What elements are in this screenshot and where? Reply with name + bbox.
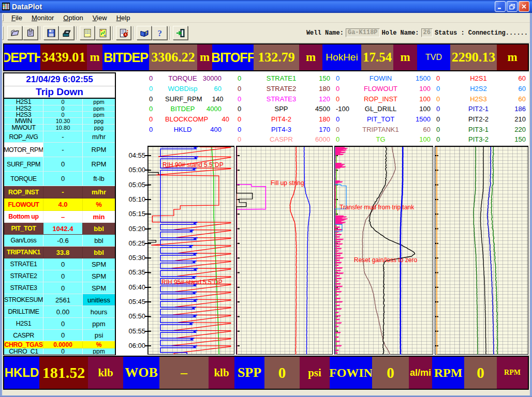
scale-max: 30000 xyxy=(200,74,223,82)
menu-monitor[interactable]: Monitor xyxy=(27,13,58,23)
row-value: 0 xyxy=(43,318,83,330)
row-label: MWOUT xyxy=(4,125,43,131)
open-folder-button[interactable] xyxy=(7,26,22,40)
row-label: CHRO_TGAS xyxy=(4,341,43,348)
rpm-unit: RPM xyxy=(497,357,528,389)
curve-pit4-2 xyxy=(290,147,297,355)
spp-unit: psi xyxy=(300,357,330,389)
menu-accelerator: O xyxy=(63,14,68,22)
scale-min: 0 xyxy=(435,105,452,113)
plot-canvas-track3 xyxy=(335,147,433,355)
help-book-icon: ? xyxy=(139,28,150,38)
save-button[interactable] xyxy=(43,26,58,40)
about-button[interactable]: ? xyxy=(152,26,167,40)
row-unit: SPM xyxy=(83,270,115,282)
toolbar-separator xyxy=(76,26,77,40)
about-icon: ? xyxy=(155,28,165,38)
plot-track3[interactable] xyxy=(334,146,433,355)
help-book-button[interactable]: ? xyxy=(137,26,152,40)
row-label: PIT_TOT xyxy=(4,223,43,235)
plot-canvas-track4 xyxy=(435,147,528,355)
close-button[interactable] xyxy=(519,1,529,12)
scale-row-strate3: 0STRATE3120 xyxy=(236,94,332,104)
plot-track1[interactable] xyxy=(147,146,234,355)
curve-name: PIT4-3 xyxy=(254,126,309,133)
main-area: 21/04/29 6:02:55 Trip Down H2S10ppmH2S20… xyxy=(3,71,529,356)
menu-option[interactable]: Option xyxy=(58,13,87,23)
time-tick xyxy=(145,257,150,258)
note-button[interactable] xyxy=(80,26,95,40)
alarm-report-button[interactable] xyxy=(116,26,131,40)
curve-name: WOBDisp xyxy=(165,85,200,93)
menu-grip[interactable] xyxy=(2,14,4,21)
row-unit: ft-lb xyxy=(83,172,115,186)
storage-button[interactable] xyxy=(59,26,74,40)
fowin-unit: al/mi xyxy=(409,357,432,389)
clipboard-button[interactable] xyxy=(23,26,38,40)
well-name-field[interactable]: Ga-K118P xyxy=(346,28,380,37)
scale-max: 60 xyxy=(200,85,223,93)
row-unit: ppm xyxy=(83,99,115,105)
row-unit: m/hr xyxy=(83,186,115,198)
time-tick xyxy=(145,213,150,215)
note-chart-button[interactable] xyxy=(95,26,110,40)
table-row-chro-tgas: CHRO_TGAS0.0000% xyxy=(4,341,115,348)
exit-button[interactable] xyxy=(173,26,188,40)
wob-value: – xyxy=(159,357,209,389)
help-book-icon: ? xyxy=(139,28,150,38)
scale-max: 1500 xyxy=(409,115,432,123)
row-label: FLOWOUT xyxy=(4,198,43,211)
row-value: 33.8 xyxy=(43,247,83,258)
curve-pit4-3 xyxy=(304,147,310,355)
curve-name: CASPR xyxy=(254,135,309,143)
depth-label: DEPTH xyxy=(4,44,40,70)
restore-button[interactable] xyxy=(507,1,518,12)
menu-accelerator: H xyxy=(116,14,121,22)
clipboard-icon xyxy=(25,28,36,38)
scale-max: 220 xyxy=(505,126,527,133)
row-unit: % xyxy=(83,341,115,348)
row-unit: min xyxy=(83,211,115,223)
hole-name-field[interactable]: 26 xyxy=(421,28,433,37)
plot-track2[interactable] xyxy=(236,146,333,355)
scale-max: 120 xyxy=(309,95,332,103)
status-text: Status : Connecting...... xyxy=(435,29,528,37)
menu-accelerator: F xyxy=(11,14,16,22)
row-label: H2S2 xyxy=(4,105,43,112)
menu-view[interactable]: View xyxy=(88,13,112,23)
menu-help[interactable]: Help xyxy=(112,13,135,23)
row-value: 10.30 xyxy=(43,118,83,125)
storage-icon xyxy=(62,28,72,38)
curve-name: TRIPTANK1 xyxy=(352,126,409,133)
menu-file[interactable]: File xyxy=(7,13,27,23)
hkld-label: HKLD xyxy=(4,357,39,389)
scale-row-pit4-2: 0PIT4-2180 xyxy=(236,114,332,125)
minimize-icon xyxy=(497,4,503,9)
chart-annotation: Reset gain/loss to zero xyxy=(354,256,417,264)
curve-triptank1 xyxy=(362,147,395,355)
title-bar[interactable]: DataPlot xyxy=(0,0,532,13)
curve-name: BLOCKCOMP xyxy=(165,115,208,123)
wob-label: WOB xyxy=(123,357,159,389)
minimize-button[interactable] xyxy=(495,1,506,12)
row-value: 0.00 xyxy=(43,306,83,318)
scale-max: 40 xyxy=(208,115,231,123)
row-label: ROP_AVG xyxy=(4,131,43,143)
depth-unit: m xyxy=(87,44,102,70)
scale-min: 0 xyxy=(147,85,165,93)
time-label-0520: 05:20 xyxy=(121,225,145,233)
hokhei-unit: m xyxy=(393,44,417,70)
row-unit: bbl xyxy=(83,223,115,235)
table-row-mwout: MWOUT10.80ppg xyxy=(4,125,115,131)
row-value: 1042.4 xyxy=(43,223,83,235)
table-row-gan-loss: Gan/Loss-0.6bbl xyxy=(4,235,115,247)
hole-name-label: Hole Name: xyxy=(382,29,419,37)
table-row-surf-rpm: SURF_RPM0RPM xyxy=(4,157,115,172)
note-chart-icon xyxy=(98,28,108,38)
scale-row-triptank1: 0TRIPTANK160 xyxy=(334,124,432,134)
toolbar-grip[interactable] xyxy=(2,26,4,40)
plot-track4[interactable] xyxy=(435,146,528,355)
toolbar-separator xyxy=(40,26,41,40)
scale-min: 0 xyxy=(147,105,165,113)
row-value: 0 xyxy=(43,282,83,294)
